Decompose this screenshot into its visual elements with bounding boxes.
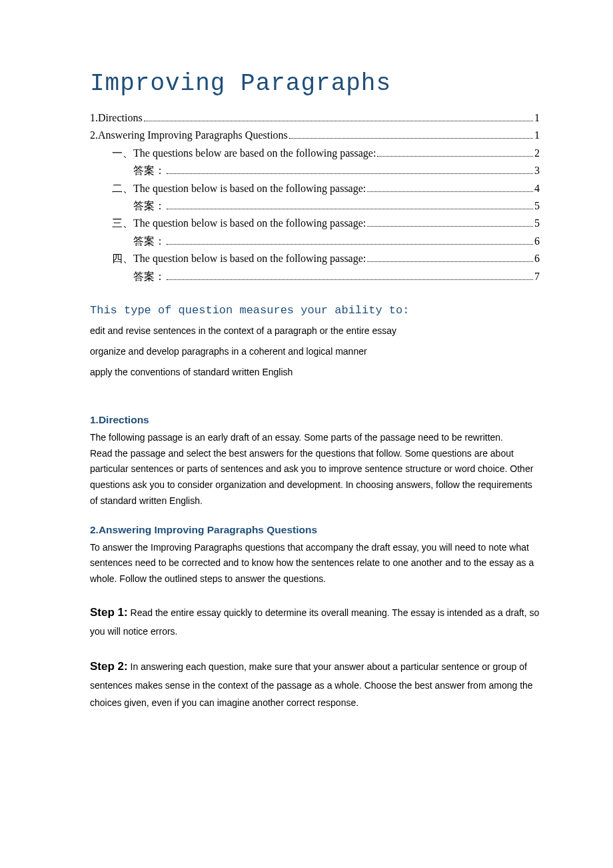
toc-label: 1.Directions	[90, 109, 143, 127]
ability-heading: This type of question measures your abil…	[90, 303, 540, 319]
section-heading-answering: 2.Answering Improving Paragraphs Questio…	[90, 524, 540, 536]
toc-leader	[377, 156, 533, 157]
toc-page-number: 2	[534, 145, 540, 162]
toc-page-number: 3	[534, 162, 540, 179]
step-label: Step 1:	[90, 606, 128, 619]
toc-leader	[367, 226, 533, 227]
toc-entry[interactable]: 答案： 5	[90, 197, 540, 215]
toc-leader	[167, 209, 533, 209]
step-1: Step 1: Read the entire essay quickly to…	[90, 602, 540, 640]
toc-page-number: 1	[534, 127, 540, 144]
toc-leader	[289, 138, 533, 139]
ability-item: organize and develop paragraphs in a coh…	[90, 345, 540, 359]
toc-entry[interactable]: 1.Directions 1	[90, 109, 540, 127]
toc-entry[interactable]: 四、The question below is based on the fol…	[90, 250, 540, 267]
toc-leader	[167, 279, 533, 280]
toc-leader	[367, 261, 533, 262]
step-body: In answering each question, make sure th…	[90, 661, 533, 707]
toc-label: 三、The question below is based on the fol…	[112, 215, 366, 232]
toc-page-number: 6	[534, 233, 540, 250]
toc-leader	[167, 244, 533, 245]
toc-page-number: 4	[534, 180, 540, 197]
toc-label: 答案：	[133, 197, 165, 215]
toc-entry[interactable]: 答案： 3	[90, 162, 540, 179]
toc-page-number: 5	[534, 197, 540, 215]
toc-leader	[367, 191, 533, 192]
toc-entry[interactable]: 答案： 6	[90, 233, 540, 250]
ability-list: edit and revise sentences in the context…	[90, 324, 540, 379]
document-page: Improving Paragraphs 1.Directions 1 2.An…	[0, 0, 613, 868]
toc-entry[interactable]: 一、The questions below are based on the f…	[90, 145, 540, 162]
toc-entry[interactable]: 2.Answering Improving Paragraphs Questio…	[90, 127, 540, 144]
page-title: Improving Paragraphs	[90, 70, 540, 97]
toc-leader	[167, 173, 533, 174]
step-2: Step 2: In answering each question, make…	[90, 656, 540, 711]
paragraph-text: The following passage is an early draft …	[90, 432, 503, 443]
toc-label: 答案：	[133, 233, 165, 250]
ability-item: apply the conventions of standard writte…	[90, 365, 540, 379]
toc-label: 答案：	[133, 162, 165, 179]
section-heading-directions: 1.Directions	[90, 414, 540, 426]
toc-entry[interactable]: 三、The question below is based on the fol…	[90, 215, 540, 232]
section-body: The following passage is an early draft …	[90, 430, 540, 509]
toc-entry[interactable]: 二、The question below is based on the fol…	[90, 180, 540, 197]
step-label: Step 2:	[90, 660, 128, 673]
toc-label: 答案：	[133, 268, 165, 285]
toc-page-number: 1	[534, 109, 540, 127]
toc-page-number: 7	[534, 268, 540, 285]
table-of-contents: 1.Directions 1 2.Answering Improving Par…	[90, 109, 540, 285]
section-intro: To answer the Improving Paragraphs quest…	[90, 540, 540, 587]
toc-page-number: 5	[534, 215, 540, 232]
toc-label: 一、The questions below are based on the f…	[112, 145, 376, 162]
toc-page-number: 6	[534, 250, 540, 267]
toc-leader	[144, 121, 533, 121]
ability-item: edit and revise sentences in the context…	[90, 324, 540, 338]
step-body: Read the entire essay quickly to determi…	[90, 607, 539, 636]
toc-label: 二、The question below is based on the fol…	[112, 180, 366, 197]
toc-entry[interactable]: 答案： 7	[90, 268, 540, 285]
toc-label: 2.Answering Improving Paragraphs Questio…	[90, 127, 288, 144]
toc-label: 四、The question below is based on the fol…	[112, 250, 366, 267]
paragraph-text: Read the passage and select the best ans…	[90, 448, 533, 506]
